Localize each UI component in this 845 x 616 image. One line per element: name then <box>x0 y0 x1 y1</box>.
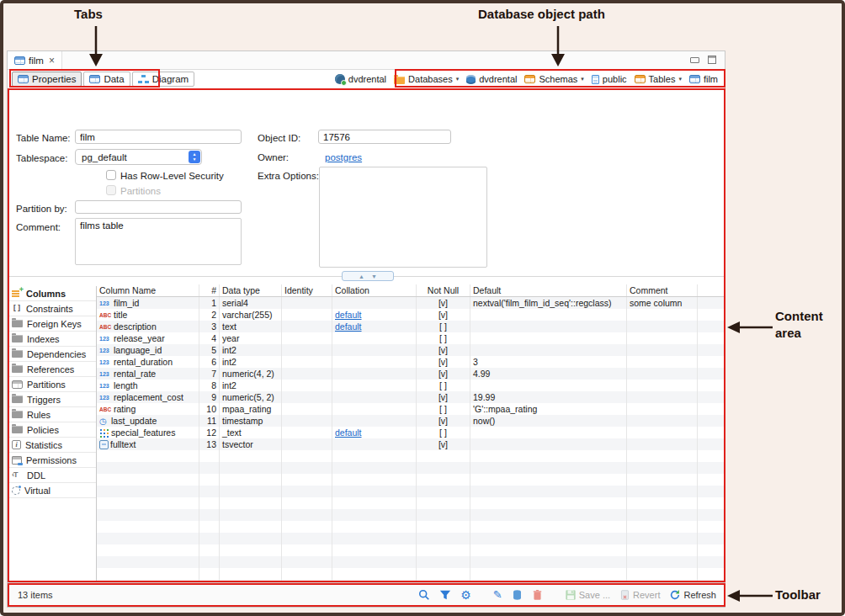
cell <box>627 391 698 403</box>
sash-collapse-control[interactable]: ▲▼ <box>342 271 394 281</box>
table-row[interactable] <box>97 544 725 556</box>
column-name: length <box>114 380 138 391</box>
cell <box>470 380 627 391</box>
sidebar-item-virtual[interactable]: Virtual <box>9 483 96 498</box>
column-header-data-type[interactable]: Data type <box>220 284 282 296</box>
breadcrumb-item-schemas[interactable]: Schemas▾ <box>524 74 583 84</box>
editor-tab-film[interactable]: film × <box>8 51 62 69</box>
column-header-not-null[interactable]: Not Null <box>417 284 470 296</box>
table-row[interactable] <box>97 474 725 486</box>
collation-default-link[interactable]: default <box>335 309 362 321</box>
tab-diagram[interactable]: Diagram <box>132 72 194 87</box>
settings-button[interactable]: ⚙ <box>459 589 473 601</box>
breadcrumb-item-public[interactable]: public <box>592 74 627 84</box>
cell <box>220 450 282 462</box>
table-row[interactable] <box>97 450 725 462</box>
breadcrumb-item-databases[interactable]: Databases▾ <box>394 74 459 84</box>
chevron-down-icon: ▾ <box>581 76 584 82</box>
cell <box>627 309 698 321</box>
cell <box>199 474 220 486</box>
sidebar-item-references[interactable]: References <box>9 362 96 377</box>
column-header-default[interactable]: Default <box>470 284 627 296</box>
sidebar-item-ddl[interactable]: DDL <box>9 468 96 483</box>
table-row[interactable]: rental_rate7numeric(4, 2)[v]4.99 <box>97 368 725 380</box>
table-row[interactable] <box>97 509 725 521</box>
delete-button[interactable] <box>530 589 545 601</box>
breadcrumb-item-tables[interactable]: Tables▾ <box>635 74 682 84</box>
column-name-cell: last_update <box>97 415 199 427</box>
refresh-button[interactable]: Refresh <box>667 589 718 601</box>
search-button[interactable] <box>417 589 432 601</box>
partition-by-field[interactable] <box>75 200 242 214</box>
sidebar-item-dependencies[interactable]: Dependencies <box>9 347 96 362</box>
breadcrumb-item-dvdrental[interactable]: dvdrental <box>466 74 517 84</box>
tab-data[interactable]: Data <box>83 72 130 87</box>
column-name: replacement_cost <box>114 391 183 403</box>
edit-button[interactable]: ✎ <box>492 589 504 601</box>
table-row[interactable] <box>97 556 725 568</box>
close-icon[interactable]: × <box>49 55 55 66</box>
sidebar-item-triggers[interactable]: Triggers <box>9 392 96 407</box>
cell <box>627 533 698 544</box>
owner-link[interactable]: postgres <box>325 152 362 162</box>
sidebar-item-permissions[interactable]: Permissions <box>9 453 96 468</box>
column-header-comment[interactable]: Comment <box>627 284 698 296</box>
column-header-filler <box>698 284 725 296</box>
extra-options-field[interactable] <box>319 167 487 268</box>
cell <box>417 568 470 580</box>
filter-button[interactable] <box>438 589 453 601</box>
breadcrumb-item-dvdrental[interactable]: dvdrental <box>335 74 386 84</box>
cell <box>220 568 282 580</box>
column-header-identity[interactable]: Identity <box>282 284 332 296</box>
table-row[interactable]: rating10mpaa_rating[ ]'G'::mpaa_rating <box>97 403 725 415</box>
table-row[interactable]: description3textdefault[ ] <box>97 321 725 332</box>
comment-field[interactable]: films table <box>75 218 242 265</box>
sidebar-item-policies[interactable]: Policies <box>9 422 96 438</box>
breadcrumb-label: film <box>704 74 718 84</box>
object-id-field[interactable] <box>318 130 451 144</box>
sidebar-item-label: References <box>27 364 74 374</box>
sidebar-item-rules[interactable]: Rules <box>9 407 96 422</box>
sidebar-item-constraints[interactable]: Constraints <box>9 301 96 316</box>
cell <box>220 497 282 509</box>
breadcrumb-item-film[interactable]: film <box>689 74 718 84</box>
cell: varchar(255) <box>220 309 282 321</box>
sidebar-item-partitions[interactable]: Partitions <box>9 377 96 392</box>
add-column-button[interactable] <box>510 589 524 601</box>
column-header-collation[interactable]: Collation <box>332 284 417 296</box>
table-row[interactable] <box>97 497 725 509</box>
table-row[interactable]: length8int2[ ] <box>97 380 725 391</box>
collation-default-link[interactable]: default <box>335 427 362 438</box>
table-row[interactable]: fulltext13tsvector[v] <box>97 438 725 450</box>
table-row[interactable]: rental_duration6int2[v]3 <box>97 356 725 368</box>
table-row[interactable]: replacement_cost9numeric(5, 2)[v]19.99 <box>97 391 725 403</box>
column-header-column-name[interactable]: Column Name <box>97 284 199 296</box>
minimize-icon[interactable] <box>690 57 699 63</box>
table-row[interactable] <box>97 533 725 544</box>
table-row[interactable]: title2varchar(255)default[v] <box>97 309 725 321</box>
sidebar-item-columns[interactable]: Columns <box>9 286 96 301</box>
collation-default-link[interactable]: default <box>335 321 362 332</box>
sidebar-item-foreign-keys[interactable]: Foreign Keys <box>9 316 96 332</box>
table-name-field[interactable] <box>75 130 242 144</box>
table-row[interactable] <box>97 462 725 474</box>
extra-options-label: Extra Options: <box>258 171 319 181</box>
sidebar-item-indexes[interactable]: Indexes <box>9 332 96 347</box>
tablespace-select[interactable]: pg_default ▲▼ <box>75 149 202 165</box>
table-row[interactable]: release_year4year[ ] <box>97 332 725 344</box>
constraints-icon <box>12 304 22 313</box>
tab-properties[interactable]: Properties <box>12 72 82 87</box>
table-row[interactable]: film_id1serial4[v]nextval('film_film_id_… <box>97 297 725 309</box>
cell <box>220 474 282 486</box>
table-row[interactable]: language_id5int2[v] <box>97 344 725 356</box>
table-row[interactable] <box>97 486 725 497</box>
rls-checkbox[interactable] <box>106 170 116 180</box>
sidebar-item-statistics[interactable]: Statistics <box>9 438 96 453</box>
table-row[interactable]: last_update11timestamp[v]now() <box>97 415 725 427</box>
folder-icon <box>12 320 23 327</box>
maximize-icon[interactable] <box>708 56 716 64</box>
table-row[interactable] <box>97 568 725 580</box>
column-header-[interactable]: # <box>199 284 220 296</box>
table-row[interactable] <box>97 521 725 533</box>
table-row[interactable]: special_features12_textdefault[ ] <box>97 427 725 438</box>
